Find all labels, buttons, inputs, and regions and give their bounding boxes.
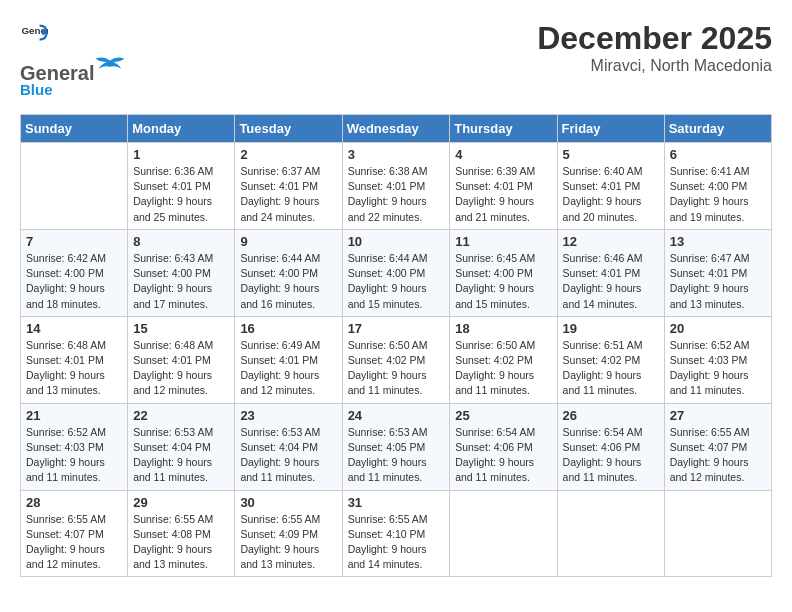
day-number: 21: [26, 408, 122, 423]
day-info: Sunrise: 6:50 AMSunset: 4:02 PMDaylight:…: [348, 338, 445, 399]
day-header-thursday: Thursday: [450, 115, 557, 143]
calendar-cell: 20Sunrise: 6:52 AMSunset: 4:03 PMDayligh…: [664, 316, 771, 403]
calendar-cell: 19Sunrise: 6:51 AMSunset: 4:02 PMDayligh…: [557, 316, 664, 403]
day-info: Sunrise: 6:55 AMSunset: 4:07 PMDaylight:…: [670, 425, 766, 486]
calendar-cell: [557, 490, 664, 577]
day-number: 7: [26, 234, 122, 249]
day-info: Sunrise: 6:44 AMSunset: 4:00 PMDaylight:…: [240, 251, 336, 312]
day-info: Sunrise: 6:55 AMSunset: 4:07 PMDaylight:…: [26, 512, 122, 573]
day-info: Sunrise: 6:37 AMSunset: 4:01 PMDaylight:…: [240, 164, 336, 225]
calendar-cell: [450, 490, 557, 577]
calendar-cell: 25Sunrise: 6:54 AMSunset: 4:06 PMDayligh…: [450, 403, 557, 490]
day-number: 11: [455, 234, 551, 249]
day-info: Sunrise: 6:53 AMSunset: 4:04 PMDaylight:…: [133, 425, 229, 486]
calendar-week-5: 28Sunrise: 6:55 AMSunset: 4:07 PMDayligh…: [21, 490, 772, 577]
day-info: Sunrise: 6:44 AMSunset: 4:00 PMDaylight:…: [348, 251, 445, 312]
day-number: 4: [455, 147, 551, 162]
calendar-cell: 21Sunrise: 6:52 AMSunset: 4:03 PMDayligh…: [21, 403, 128, 490]
day-number: 9: [240, 234, 336, 249]
calendar-cell: 11Sunrise: 6:45 AMSunset: 4:00 PMDayligh…: [450, 229, 557, 316]
day-number: 19: [563, 321, 659, 336]
day-number: 30: [240, 495, 336, 510]
day-number: 6: [670, 147, 766, 162]
month-year-title: December 2025: [537, 20, 772, 57]
calendar-cell: 26Sunrise: 6:54 AMSunset: 4:06 PMDayligh…: [557, 403, 664, 490]
calendar-cell: 30Sunrise: 6:55 AMSunset: 4:09 PMDayligh…: [235, 490, 342, 577]
calendar-cell: 12Sunrise: 6:46 AMSunset: 4:01 PMDayligh…: [557, 229, 664, 316]
day-header-friday: Friday: [557, 115, 664, 143]
calendar-cell: [664, 490, 771, 577]
day-info: Sunrise: 6:52 AMSunset: 4:03 PMDaylight:…: [670, 338, 766, 399]
day-info: Sunrise: 6:53 AMSunset: 4:04 PMDaylight:…: [240, 425, 336, 486]
day-info: Sunrise: 6:54 AMSunset: 4:06 PMDaylight:…: [455, 425, 551, 486]
day-number: 5: [563, 147, 659, 162]
day-header-monday: Monday: [128, 115, 235, 143]
calendar-cell: 7Sunrise: 6:42 AMSunset: 4:00 PMDaylight…: [21, 229, 128, 316]
day-info: Sunrise: 6:55 AMSunset: 4:09 PMDaylight:…: [240, 512, 336, 573]
day-info: Sunrise: 6:49 AMSunset: 4:01 PMDaylight:…: [240, 338, 336, 399]
day-number: 20: [670, 321, 766, 336]
day-info: Sunrise: 6:38 AMSunset: 4:01 PMDaylight:…: [348, 164, 445, 225]
day-info: Sunrise: 6:39 AMSunset: 4:01 PMDaylight:…: [455, 164, 551, 225]
page-header: General General Blue December 2025 Mirav…: [20, 20, 772, 98]
calendar-cell: 3Sunrise: 6:38 AMSunset: 4:01 PMDaylight…: [342, 143, 450, 230]
logo-bird-icon: [94, 52, 126, 80]
calendar-cell: 27Sunrise: 6:55 AMSunset: 4:07 PMDayligh…: [664, 403, 771, 490]
calendar-cell: 22Sunrise: 6:53 AMSunset: 4:04 PMDayligh…: [128, 403, 235, 490]
calendar-cell: 17Sunrise: 6:50 AMSunset: 4:02 PMDayligh…: [342, 316, 450, 403]
day-info: Sunrise: 6:48 AMSunset: 4:01 PMDaylight:…: [133, 338, 229, 399]
calendar-cell: 16Sunrise: 6:49 AMSunset: 4:01 PMDayligh…: [235, 316, 342, 403]
day-info: Sunrise: 6:45 AMSunset: 4:00 PMDaylight:…: [455, 251, 551, 312]
calendar-cell: 8Sunrise: 6:43 AMSunset: 4:00 PMDaylight…: [128, 229, 235, 316]
calendar-cell: 18Sunrise: 6:50 AMSunset: 4:02 PMDayligh…: [450, 316, 557, 403]
calendar-week-2: 7Sunrise: 6:42 AMSunset: 4:00 PMDaylight…: [21, 229, 772, 316]
calendar-cell: 31Sunrise: 6:55 AMSunset: 4:10 PMDayligh…: [342, 490, 450, 577]
day-header-sunday: Sunday: [21, 115, 128, 143]
calendar-cell: 9Sunrise: 6:44 AMSunset: 4:00 PMDaylight…: [235, 229, 342, 316]
day-number: 1: [133, 147, 229, 162]
calendar-week-4: 21Sunrise: 6:52 AMSunset: 4:03 PMDayligh…: [21, 403, 772, 490]
calendar-week-3: 14Sunrise: 6:48 AMSunset: 4:01 PMDayligh…: [21, 316, 772, 403]
title-block: December 2025 Miravci, North Macedonia: [537, 20, 772, 75]
calendar-cell: 14Sunrise: 6:48 AMSunset: 4:01 PMDayligh…: [21, 316, 128, 403]
day-header-saturday: Saturday: [664, 115, 771, 143]
day-number: 8: [133, 234, 229, 249]
day-number: 14: [26, 321, 122, 336]
day-number: 24: [348, 408, 445, 423]
calendar-cell: 5Sunrise: 6:40 AMSunset: 4:01 PMDaylight…: [557, 143, 664, 230]
day-info: Sunrise: 6:53 AMSunset: 4:05 PMDaylight:…: [348, 425, 445, 486]
day-info: Sunrise: 6:40 AMSunset: 4:01 PMDaylight:…: [563, 164, 659, 225]
calendar-table: SundayMondayTuesdayWednesdayThursdayFrid…: [20, 114, 772, 577]
calendar-cell: 10Sunrise: 6:44 AMSunset: 4:00 PMDayligh…: [342, 229, 450, 316]
day-number: 31: [348, 495, 445, 510]
day-number: 18: [455, 321, 551, 336]
day-number: 13: [670, 234, 766, 249]
day-number: 15: [133, 321, 229, 336]
day-info: Sunrise: 6:52 AMSunset: 4:03 PMDaylight:…: [26, 425, 122, 486]
day-number: 27: [670, 408, 766, 423]
day-number: 10: [348, 234, 445, 249]
day-info: Sunrise: 6:41 AMSunset: 4:00 PMDaylight:…: [670, 164, 766, 225]
day-info: Sunrise: 6:47 AMSunset: 4:01 PMDaylight:…: [670, 251, 766, 312]
calendar-cell: 6Sunrise: 6:41 AMSunset: 4:00 PMDaylight…: [664, 143, 771, 230]
calendar-cell: 4Sunrise: 6:39 AMSunset: 4:01 PMDaylight…: [450, 143, 557, 230]
day-info: Sunrise: 6:46 AMSunset: 4:01 PMDaylight:…: [563, 251, 659, 312]
calendar-cell: 28Sunrise: 6:55 AMSunset: 4:07 PMDayligh…: [21, 490, 128, 577]
calendar-header-row: SundayMondayTuesdayWednesdayThursdayFrid…: [21, 115, 772, 143]
day-info: Sunrise: 6:51 AMSunset: 4:02 PMDaylight:…: [563, 338, 659, 399]
day-info: Sunrise: 6:36 AMSunset: 4:01 PMDaylight:…: [133, 164, 229, 225]
day-info: Sunrise: 6:50 AMSunset: 4:02 PMDaylight:…: [455, 338, 551, 399]
calendar-cell: 1Sunrise: 6:36 AMSunset: 4:01 PMDaylight…: [128, 143, 235, 230]
day-number: 22: [133, 408, 229, 423]
day-number: 23: [240, 408, 336, 423]
day-number: 16: [240, 321, 336, 336]
logo: General General Blue: [20, 20, 126, 98]
day-info: Sunrise: 6:48 AMSunset: 4:01 PMDaylight:…: [26, 338, 122, 399]
calendar-week-1: 1Sunrise: 6:36 AMSunset: 4:01 PMDaylight…: [21, 143, 772, 230]
calendar-body: 1Sunrise: 6:36 AMSunset: 4:01 PMDaylight…: [21, 143, 772, 577]
calendar-cell: 2Sunrise: 6:37 AMSunset: 4:01 PMDaylight…: [235, 143, 342, 230]
day-info: Sunrise: 6:42 AMSunset: 4:00 PMDaylight:…: [26, 251, 122, 312]
calendar-cell: 29Sunrise: 6:55 AMSunset: 4:08 PMDayligh…: [128, 490, 235, 577]
day-number: 26: [563, 408, 659, 423]
calendar-cell: 23Sunrise: 6:53 AMSunset: 4:04 PMDayligh…: [235, 403, 342, 490]
